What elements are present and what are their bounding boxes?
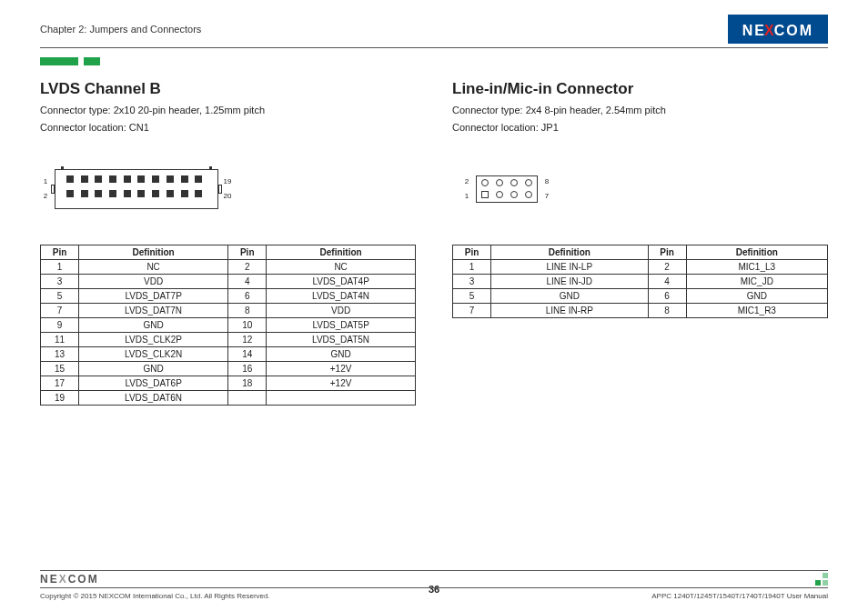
def-cell: VDD [267, 303, 416, 317]
pin-cell: 15 [41, 361, 79, 376]
def-cell: +12V [267, 361, 416, 376]
copyright-text: Copyright © 2015 NEXCOM International Co… [40, 592, 270, 600]
pin-cell: 3 [41, 274, 79, 288]
table-row: 19LVDS_DAT6N [41, 390, 416, 405]
pin-cell: 17 [41, 376, 79, 390]
table-row: 5GND6GND [453, 288, 828, 303]
th-def: Definition [686, 245, 827, 259]
pin-cell: 19 [41, 390, 79, 405]
pin-cell: 2 [648, 259, 686, 274]
pin-cell: 8 [648, 303, 686, 317]
def-cell: LVDS_DAT6N [79, 390, 228, 405]
lvds-title: LVDS Channel B [40, 80, 416, 98]
pin-label-tr: 8 [541, 178, 552, 185]
pin-label-br: 20 [222, 193, 233, 200]
lvds-section: LVDS Channel B Connector type: 2x10 20-p… [40, 80, 416, 406]
pin-label-tl: 2 [461, 178, 472, 185]
def-cell: LVDS_DAT5N [267, 332, 416, 346]
def-cell: GND [79, 317, 228, 332]
footer-decor-icon [815, 573, 828, 586]
pin-cell: 8 [228, 303, 267, 317]
pin-label-br: 7 [541, 193, 552, 200]
def-cell: LVDS_DAT4P [267, 274, 416, 288]
table-row: 7LINE IN-RP8MIC1_R3 [453, 303, 828, 317]
linein-pin-table: Pin Definition Pin Definition 1LINE IN-L… [452, 245, 828, 318]
pin-cell: 2 [228, 259, 267, 274]
pin-cell: 5 [41, 288, 79, 303]
pin-cell: 18 [228, 376, 267, 390]
pin-label-tl: 1 [40, 178, 51, 185]
pin-cell: 13 [41, 346, 79, 361]
footer-brand-logo: NEXCOM [40, 573, 99, 586]
table-row: 11LVDS_CLK2P12LVDS_DAT5N [41, 332, 416, 346]
def-cell: MIC_JD [686, 274, 827, 288]
pin-cell: 9 [41, 317, 79, 332]
pin-cell: 6 [228, 288, 267, 303]
def-cell: LINE IN-LP [491, 259, 649, 274]
th-pin: Pin [228, 245, 267, 259]
th-def: Definition [267, 245, 416, 259]
pin-label-bl: 2 [40, 193, 51, 200]
linein-connector-diagram: 2 1 8 7 [461, 175, 552, 203]
def-cell: GND [686, 288, 827, 303]
th-pin: Pin [41, 245, 79, 259]
pin-cell [228, 390, 267, 405]
pin-cell: 12 [228, 332, 267, 346]
pin-cell: 1 [453, 259, 491, 274]
linein-subtitle-2: Connector location: JP1 [452, 121, 828, 135]
def-cell: LVDS_CLK2P [79, 332, 228, 346]
accent-bars-icon [40, 57, 828, 65]
pin-cell: 10 [228, 317, 267, 332]
def-cell: LINE IN-JD [491, 274, 649, 288]
chapter-title: Chapter 2: Jumpers and Connectors [40, 24, 201, 35]
linein-subtitle-1: Connector type: 2x4 8-pin header, 2.54mm… [452, 104, 828, 117]
lvds-subtitle-1: Connector type: 2x10 20-pin header, 1.25… [40, 104, 416, 117]
table-row: 3VDD4LVDS_DAT4P [41, 274, 416, 288]
page-header: Chapter 2: Jumpers and Connectors NE X C… [40, 0, 828, 48]
def-cell: LVDS_DAT6P [79, 376, 228, 390]
brand-text-post: COM [774, 23, 813, 39]
def-cell: +12V [267, 376, 416, 390]
linein-title: Line-in/Mic-in Connector [452, 80, 828, 98]
table-row: 13LVDS_CLK2N14GND [41, 346, 416, 361]
def-cell: LVDS_DAT7N [79, 303, 228, 317]
pin-cell: 16 [228, 361, 267, 376]
pin-cell: 14 [228, 346, 267, 361]
table-row: 3LINE IN-JD4MIC_JD [453, 274, 828, 288]
pin-label-bl: 1 [461, 193, 472, 200]
def-cell: GND [79, 361, 228, 376]
def-cell: GND [267, 346, 416, 361]
table-row: 17LVDS_DAT6P18+12V [41, 376, 416, 390]
def-cell: MIC1_L3 [686, 259, 827, 274]
table-row: 1NC2NC [41, 259, 416, 274]
def-cell: NC [267, 259, 416, 274]
def-cell [267, 390, 416, 405]
def-cell: LVDS_DAT4N [267, 288, 416, 303]
brand-logo: NE X COM [728, 15, 828, 44]
pin-cell: 7 [41, 303, 79, 317]
pin-cell: 3 [453, 274, 491, 288]
table-row: 5LVDS_DAT7P6LVDS_DAT4N [41, 288, 416, 303]
table-row: 7LVDS_DAT7N8VDD [41, 303, 416, 317]
table-row: 9GND10LVDS_DAT5P [41, 317, 416, 332]
pin-cell: 4 [648, 274, 686, 288]
page-footer: NEXCOM Copyright © 2015 NEXCOM Internati… [40, 570, 828, 600]
def-cell: GND [491, 288, 649, 303]
pin-cell: 1 [41, 259, 79, 274]
def-cell: NC [79, 259, 228, 274]
linein-section: Line-in/Mic-in Connector Connector type:… [452, 80, 828, 406]
th-pin: Pin [648, 245, 686, 259]
doc-title: APPC 1240T/1245T/1540T/1740T/1940T User … [651, 592, 828, 600]
pin-label-tr: 19 [222, 178, 233, 185]
pin-cell: 6 [648, 288, 686, 303]
th-def: Definition [491, 245, 649, 259]
pin-cell: 7 [453, 303, 491, 317]
pin-cell: 5 [453, 288, 491, 303]
lvds-pin-table: Pin Definition Pin Definition 1NC2NC3VDD… [40, 245, 416, 406]
lvds-subtitle-2: Connector location: CN1 [40, 121, 416, 135]
def-cell: LVDS_DAT5P [267, 317, 416, 332]
th-def: Definition [79, 245, 228, 259]
def-cell: LVDS_DAT7P [79, 288, 228, 303]
table-row: 15GND16+12V [41, 361, 416, 376]
def-cell: VDD [79, 274, 228, 288]
